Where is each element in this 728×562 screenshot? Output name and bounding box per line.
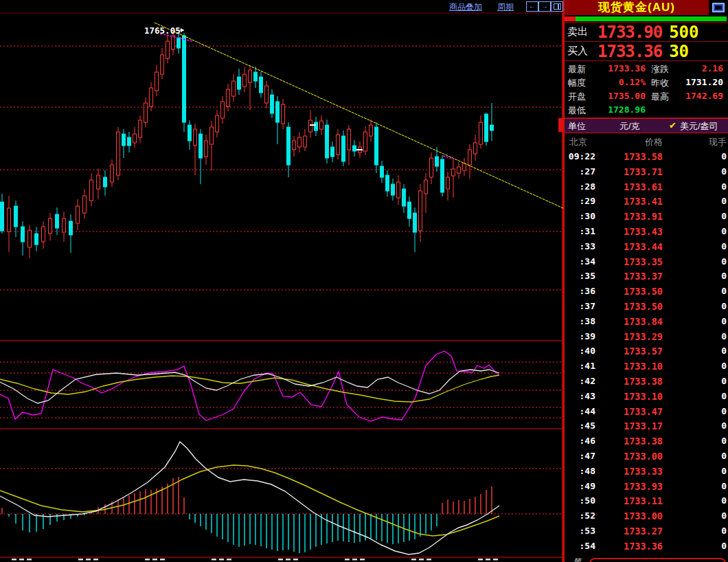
stat-label: 昨收 xyxy=(651,77,669,89)
tick-row: :441733.470 xyxy=(565,404,728,419)
stat-value: 1742.69 xyxy=(670,91,723,101)
tick-row: :461733.380 xyxy=(565,434,728,449)
tick-time: :52 xyxy=(565,510,595,521)
tick-time: :34 xyxy=(565,256,595,267)
progress-green-segment xyxy=(576,16,727,21)
unit-option-yuan-gram[interactable]: 元/克 xyxy=(619,120,640,133)
tick-row: :331733.440 xyxy=(565,239,728,254)
tick-price: 1733.00 xyxy=(604,451,663,462)
tick-row: :361733.500 xyxy=(565,284,728,299)
tick-time: :43 xyxy=(565,391,595,401)
tick-volume: 0 xyxy=(668,346,727,356)
tick-price: 1733.35 xyxy=(604,256,663,267)
tick-price: 1733.29 xyxy=(604,331,663,342)
stat-label: 最低 xyxy=(568,104,586,117)
tick-time: :33 xyxy=(565,241,595,251)
tick-time: :27 xyxy=(565,166,595,177)
tick-volume: 0 xyxy=(668,466,727,476)
stat-value: 2.16 xyxy=(670,63,723,74)
chart-toolbar: 商品叠加 周期 ← → xyxy=(0,0,563,13)
tick-volume: 0 xyxy=(668,406,727,416)
stat-row: 幅度0.12%昨收1731.20 xyxy=(565,76,728,89)
stat-value: 1733.36 xyxy=(587,63,646,74)
tick-table: 09:221733.580:271733.710:281733.610:2917… xyxy=(565,149,728,554)
tick-row: :531733.270 xyxy=(565,524,728,539)
tick-volume: 0 xyxy=(668,451,727,461)
candlestick-chart-canvas[interactable]: 1765.05 xyxy=(0,0,563,562)
buy-label: 买入 xyxy=(567,45,592,58)
tick-time: :53 xyxy=(565,526,595,536)
tick-volume: 0 xyxy=(668,256,727,267)
tick-price: 1733.10 xyxy=(604,361,663,372)
forward-arrow-button[interactable]: → xyxy=(538,1,551,12)
period-link[interactable]: 周期 xyxy=(497,1,514,13)
tick-volume: 0 xyxy=(668,391,727,401)
stat-row: 最低1728.96 xyxy=(565,103,728,117)
tick-time: :35 xyxy=(565,271,595,281)
bottom-button-box xyxy=(589,558,726,562)
back-arrow-button[interactable]: ← xyxy=(526,1,538,12)
price-chart-area[interactable]: 1765.05 xyxy=(0,0,563,562)
tick-volume: 0 xyxy=(668,151,727,161)
tick-volume: 0 xyxy=(668,481,727,491)
col-time-header: 北京 xyxy=(569,136,587,148)
tick-time: :38 xyxy=(565,316,595,326)
tick-time: :42 xyxy=(565,376,595,386)
tick-row: :311733.430 xyxy=(565,224,728,239)
col-price-header: 价格 xyxy=(604,136,663,148)
tick-row: :291733.410 xyxy=(565,194,728,209)
tick-price: 1733.17 xyxy=(604,420,663,431)
tick-time: :41 xyxy=(565,361,595,371)
stat-value: 0.12% xyxy=(587,77,646,87)
unit-selector-row: 单位 元/克 ✔ 美元/盎司 xyxy=(565,118,728,133)
tick-time: :47 xyxy=(565,451,595,461)
tick-row: :451733.170 xyxy=(565,418,728,434)
tick-price: 1733.44 xyxy=(604,241,663,252)
stat-row: 最新1733.36涨跌2.16 xyxy=(565,62,728,76)
unit-label: 单位 xyxy=(568,120,586,133)
stat-value: 1728.96 xyxy=(587,104,646,115)
tick-row: :491733.930 xyxy=(565,479,728,494)
tick-time: :28 xyxy=(565,181,595,192)
overlay-instrument-link[interactable]: 商品叠加 xyxy=(449,1,482,13)
tick-row: :351733.370 xyxy=(565,269,728,284)
tick-price: 1733.58 xyxy=(604,151,663,162)
tick-volume: 0 xyxy=(668,226,727,236)
tick-volume: 0 xyxy=(668,286,727,296)
tick-price: 1733.00 xyxy=(604,510,663,521)
tick-tab[interactable]: 笔 xyxy=(574,557,582,562)
tick-price: 1733.84 xyxy=(604,316,663,327)
tick-volume: 0 xyxy=(668,241,727,251)
stat-row: 开盘1735.00最高1742.69 xyxy=(565,89,728,103)
tick-volume: 0 xyxy=(668,301,727,311)
tick-price: 1733.71 xyxy=(604,166,663,177)
trading-terminal: 1765.05 商品叠加 周期 ← → 现货黄金(AU) 卖出 1733.90 … xyxy=(0,0,728,562)
stat-label: 幅度 xyxy=(568,77,586,89)
tick-time: :50 xyxy=(565,495,595,506)
sell-qty: 500 xyxy=(669,23,698,42)
tick-price: 1733.37 xyxy=(604,271,663,282)
tick-time: :37 xyxy=(565,301,595,311)
tick-time: :45 xyxy=(565,420,595,431)
tick-volume: 0 xyxy=(668,420,727,431)
quote-panel: 现货黄金(AU) 卖出 1733.90 500 买入 1733.36 30 最新… xyxy=(563,0,728,562)
tick-time: 09:22 xyxy=(565,151,595,161)
stat-label: 涨跌 xyxy=(651,63,669,76)
buy-qty: 30 xyxy=(669,42,689,61)
quote-stats-grid: 最新1733.36涨跌2.16幅度0.12%昨收1731.20开盘1735.00… xyxy=(565,62,728,118)
tick-table-header: 北京 价格 现手 xyxy=(565,135,728,148)
tick-time: :46 xyxy=(565,436,595,446)
stat-label: 最高 xyxy=(651,91,669,103)
tick-row: :301733.910 xyxy=(565,209,728,224)
unit-option-usd-oz[interactable]: 美元/盎司 xyxy=(680,120,718,133)
col-vol-header: 现手 xyxy=(668,136,727,148)
tick-price: 1733.93 xyxy=(604,481,663,492)
tick-volume: 0 xyxy=(668,436,727,446)
tick-time: :29 xyxy=(565,196,595,206)
tick-row: :281733.610 xyxy=(565,179,728,194)
tick-volume: 0 xyxy=(668,526,727,536)
restore-window-button[interactable] xyxy=(709,0,728,15)
tick-row: :391733.290 xyxy=(565,329,728,344)
stat-label: 最新 xyxy=(568,63,586,76)
split-window-button[interactable] xyxy=(551,1,563,12)
